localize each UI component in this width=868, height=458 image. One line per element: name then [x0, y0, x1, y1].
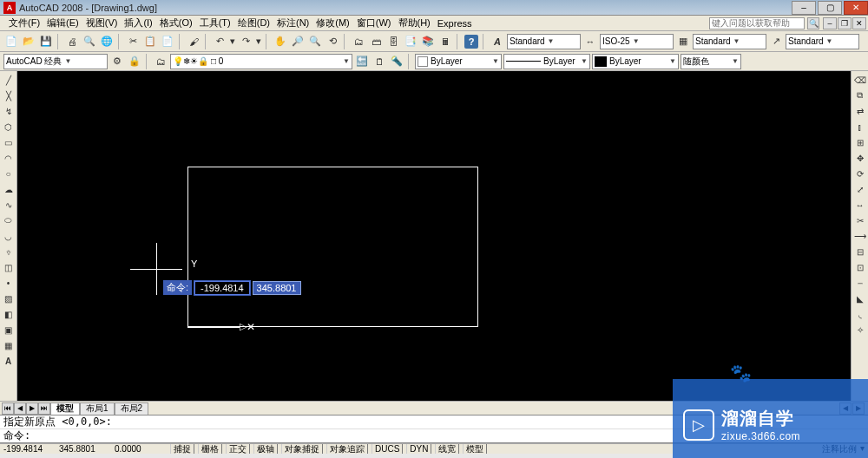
menu-dim[interactable]: 标注(N): [273, 16, 312, 29]
preview-icon[interactable]: 🔍: [82, 34, 97, 49]
point-icon[interactable]: •: [2, 276, 16, 290]
new-icon[interactable]: 📄: [3, 34, 19, 49]
stretch-icon[interactable]: ↔: [853, 198, 867, 212]
doc-close-button[interactable]: ✕: [852, 17, 866, 29]
sheetset-icon[interactable]: 📚: [420, 34, 436, 49]
help-search-button[interactable]: 🔍: [807, 17, 819, 29]
undo-icon[interactable]: ↶: [212, 34, 227, 49]
open-icon[interactable]: 📂: [21, 34, 36, 49]
doc-minimize-button[interactable]: –: [823, 17, 837, 29]
revcloud-icon[interactable]: ☁: [2, 182, 16, 196]
markup-icon[interactable]: 📑: [403, 34, 418, 49]
menu-format[interactable]: 格式(O): [156, 16, 196, 29]
minimize-button[interactable]: –: [792, 1, 816, 15]
snap-toggle[interactable]: 捕捉: [170, 443, 194, 454]
tab-layout2[interactable]: 布局2: [115, 402, 149, 415]
tab-prev-icon[interactable]: ◀: [14, 402, 26, 415]
region-icon[interactable]: ▣: [2, 323, 16, 337]
array-icon[interactable]: ⊞: [853, 135, 867, 149]
pline-icon[interactable]: ↯: [2, 104, 16, 118]
tab-last-icon[interactable]: ⏭: [38, 402, 50, 415]
maximize-button[interactable]: ▢: [818, 1, 842, 15]
mtext-icon[interactable]: A: [2, 354, 16, 368]
trim-icon[interactable]: ✂: [853, 213, 867, 227]
erase-icon[interactable]: ⌫: [853, 73, 867, 87]
plot-icon[interactable]: 🖨: [64, 34, 80, 49]
color-dropdown[interactable]: ByLayer▼: [415, 54, 502, 69]
rectangle-icon[interactable]: ▭: [2, 135, 16, 149]
toolpalettes-icon[interactable]: 🗄: [385, 34, 401, 49]
menu-edit[interactable]: 编辑(E): [43, 16, 82, 29]
ducs-toggle[interactable]: DUCS: [372, 443, 403, 454]
close-button[interactable]: ✕: [844, 1, 868, 15]
chamfer-icon[interactable]: ◣: [853, 291, 867, 305]
zoom-prev-icon[interactable]: ⟲: [325, 34, 340, 49]
extend-icon[interactable]: ⟶: [853, 229, 867, 243]
table-style-dropdown[interactable]: Standard▼: [693, 34, 766, 49]
dyn-toggle[interactable]: DYN: [406, 443, 431, 454]
tablestyle-icon[interactable]: ▦: [675, 34, 691, 49]
help-icon[interactable]: ?: [464, 34, 479, 49]
workspace-settings-icon[interactable]: ⚙: [109, 54, 125, 69]
redo-icon[interactable]: ↷: [238, 34, 253, 49]
undo-caret-icon[interactable]: ▾: [229, 34, 236, 49]
menu-express[interactable]: Express: [434, 18, 476, 29]
ellipsearc-icon[interactable]: ◡: [2, 229, 16, 243]
mirror-icon[interactable]: ⇄: [853, 104, 867, 118]
save-icon[interactable]: 💾: [38, 34, 54, 49]
dyn-y-input[interactable]: 345.8801: [253, 281, 301, 295]
otrack-toggle[interactable]: 对象追踪: [326, 443, 368, 454]
break2-icon[interactable]: ⊡: [853, 260, 867, 274]
fillet-icon[interactable]: ◟: [853, 307, 867, 321]
hatch-icon[interactable]: ▨: [2, 291, 16, 305]
redo-caret-icon[interactable]: ▾: [255, 34, 262, 49]
workspace-lock-icon[interactable]: 🔒: [127, 54, 142, 69]
ortho-toggle[interactable]: 正交: [226, 443, 250, 454]
arc-icon[interactable]: ◠: [2, 151, 16, 165]
tab-next-icon[interactable]: ▶: [26, 402, 38, 415]
spline-icon[interactable]: ∿: [2, 198, 16, 212]
menu-tools[interactable]: 工具(T): [196, 16, 234, 29]
gradient-icon[interactable]: ◧: [2, 307, 16, 321]
layer-dropdown[interactable]: 💡❄☀🔒 □ 0▼: [170, 54, 352, 69]
polar-toggle[interactable]: 极轴: [253, 443, 278, 454]
model-toggle[interactable]: 模型: [463, 443, 487, 454]
insert-icon[interactable]: ⎀: [2, 245, 16, 258]
plot-style-dropdown[interactable]: 随颜色▼: [681, 54, 741, 69]
menu-view[interactable]: 视图(V): [82, 16, 122, 29]
rotate-icon[interactable]: ⟳: [853, 167, 867, 180]
layer-iso-icon[interactable]: 🔦: [389, 54, 404, 69]
table-icon[interactable]: ▦: [2, 338, 16, 352]
grid-toggle[interactable]: 栅格: [198, 443, 222, 454]
tab-layout1[interactable]: 布局1: [80, 402, 115, 415]
publish-icon[interactable]: 🌐: [99, 34, 115, 49]
copy-icon[interactable]: 📋: [142, 34, 158, 49]
dim-style-dropdown[interactable]: ISO-25▼: [600, 34, 674, 49]
dcenter-icon[interactable]: 🗃: [368, 34, 384, 49]
help-search-input[interactable]: [709, 17, 805, 29]
paste-icon[interactable]: 📄: [160, 34, 175, 49]
polygon-icon[interactable]: ⬡: [2, 120, 16, 134]
break-icon[interactable]: ⊟: [853, 245, 867, 258]
zoom-win-icon[interactable]: 🔍: [307, 34, 323, 49]
layer-prev-icon[interactable]: 🔙: [354, 54, 370, 69]
tab-model[interactable]: 模型: [50, 402, 80, 415]
move-icon[interactable]: ✥: [853, 151, 867, 165]
menu-insert[interactable]: 插入(I): [121, 16, 155, 29]
copy-obj-icon[interactable]: ⧉: [853, 88, 867, 102]
lwt-toggle[interactable]: 线宽: [435, 443, 459, 454]
osnap-toggle[interactable]: 对象捕捉: [281, 443, 323, 454]
textstyle-icon[interactable]: A: [490, 34, 505, 49]
menu-help[interactable]: 帮助(H): [395, 16, 434, 29]
join-icon[interactable]: ⎓: [853, 276, 867, 290]
drawing-canvas[interactable]: Y ✕ 命令: -199.4814 345.8801 🐾: [17, 71, 851, 401]
pan-icon[interactable]: ✋: [273, 34, 288, 49]
explode-icon[interactable]: ✧: [853, 323, 867, 337]
line-icon[interactable]: ╱: [2, 73, 16, 87]
calc-icon[interactable]: 🖩: [437, 34, 453, 49]
mleader-style-dropdown[interactable]: Standard▼: [786, 34, 859, 49]
layer-manager-icon[interactable]: 🗂: [153, 54, 168, 69]
lineweight-dropdown[interactable]: ByLayer▼: [592, 54, 679, 69]
menu-draw[interactable]: 绘图(D): [234, 16, 273, 29]
ellipse-icon[interactable]: ⬭: [2, 213, 16, 227]
